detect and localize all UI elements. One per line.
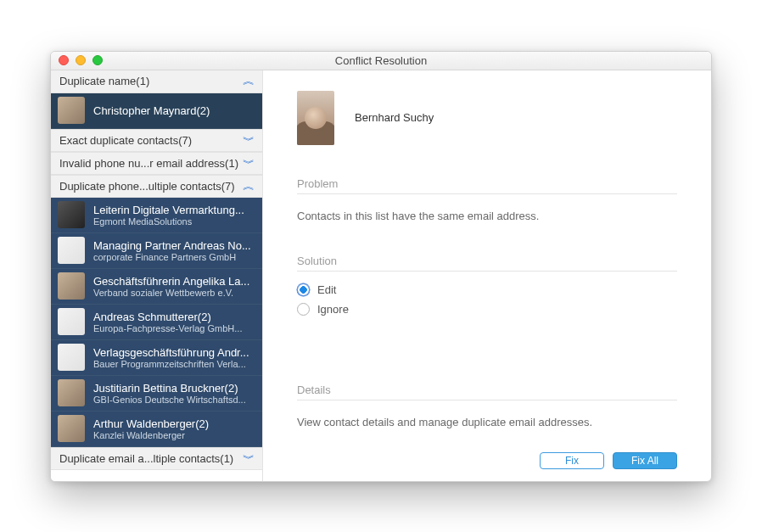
section-label: Duplicate email a...ltiple contacts(1) — [59, 452, 233, 465]
contact-text: Geschäftsführerin Angelika La... Verband… — [93, 275, 255, 298]
fix-button[interactable]: Fix — [540, 452, 604, 469]
chevron-down-icon: ︾ — [243, 157, 255, 170]
contact-hero: Bernhard Suchy — [297, 91, 677, 145]
section-duplicate-name[interactable]: Duplicate name(1) ︽ — [51, 70, 262, 93]
contact-item[interactable]: Andreas Schmutterer(2) Europa-Fachpresse… — [51, 305, 262, 340]
contact-name: Andreas Schmutterer(2) — [93, 311, 255, 323]
contact-name: Verlagsgeschäftsführung Andr... — [93, 346, 255, 359]
divider — [297, 400, 677, 400]
problem-text: Contacts in this list have the same emai… — [297, 210, 677, 222]
section-duplicate-email[interactable]: Duplicate email a...ltiple contacts(1) ︾ — [51, 447, 262, 470]
window-title: Conflict Resolution — [51, 54, 711, 67]
contact-text: Managing Partner Andreas No... corporate… — [93, 239, 255, 262]
divider — [297, 271, 677, 272]
radio-ignore[interactable] — [297, 303, 310, 316]
contact-item[interactable]: Verlagsgeschäftsführung Andr... Bauer Pr… — [51, 340, 262, 376]
contact-item[interactable]: Managing Partner Andreas No... corporate… — [51, 233, 262, 269]
chevron-down-icon: ︾ — [243, 452, 255, 465]
avatar — [58, 201, 85, 228]
option-label: Ignore — [317, 303, 349, 316]
details-label: Details — [297, 384, 677, 396]
content: Duplicate name(1) ︽ Christopher Maynard(… — [51, 70, 711, 481]
contact-sub: Bauer Programmzeitschriften Verla... — [93, 359, 255, 369]
contact-sub: Egmont MediaSolutions — [93, 216, 255, 227]
contact-sub: Kanzlei Waldenberger — [93, 430, 255, 440]
window: Conflict Resolution Duplicate name(1) ︽ … — [50, 51, 712, 482]
contact-sub: Europa-Fachpresse-Verlag GmbH... — [93, 323, 255, 333]
contact-text: Andreas Schmutterer(2) Europa-Fachpresse… — [93, 311, 255, 333]
section-duplicate-phone[interactable]: Duplicate phone...ultiple contacts(7) ︽ — [51, 175, 262, 198]
avatar — [58, 308, 85, 335]
section-invalid-phone[interactable]: Invalid phone nu...r email address(1) ︾ — [51, 152, 262, 175]
contact-item[interactable]: Arthur Waldenberger(2) Kanzlei Waldenber… — [51, 412, 262, 447]
contact-name: Managing Partner Andreas No... — [93, 239, 255, 252]
contact-name: Christopher Maynard(2) — [93, 104, 255, 117]
avatar — [58, 237, 85, 264]
chevron-down-icon: ︾ — [243, 134, 255, 147]
fix-all-button[interactable]: Fix All — [613, 452, 677, 469]
contact-item[interactable]: Leiterin Digitale Vermarktung... Egmont … — [51, 198, 262, 233]
section-label: Exact duplicate contacts(7) — [59, 134, 192, 147]
contact-text: Verlagsgeschäftsführung Andr... Bauer Pr… — [93, 346, 255, 369]
chevron-up-icon: ︽ — [243, 75, 255, 87]
chevron-up-icon: ︽ — [243, 180, 255, 193]
titlebar: Conflict Resolution — [51, 52, 711, 70]
contact-text: Arthur Waldenberger(2) Kanzlei Waldenber… — [93, 417, 255, 440]
contact-display-name: Bernhard Suchy — [355, 111, 434, 124]
details-text: View contact details and manage duplicat… — [297, 416, 677, 428]
solution-label: Solution — [297, 255, 677, 267]
avatar — [58, 415, 85, 442]
avatar — [58, 379, 85, 406]
option-edit[interactable]: Edit — [297, 283, 677, 296]
divider — [297, 193, 677, 194]
option-label: Edit — [317, 283, 336, 296]
contact-photo — [297, 91, 334, 145]
contact-text: Justitiarin Bettina Bruckner(2) GBI-Geni… — [93, 382, 255, 405]
contact-sub: Verband sozialer Wettbewerb e.V. — [93, 288, 255, 298]
sidebar: Duplicate name(1) ︽ Christopher Maynard(… — [51, 70, 263, 481]
avatar — [58, 344, 85, 371]
section-exact-duplicate[interactable]: Exact duplicate contacts(7) ︾ — [51, 129, 262, 152]
contact-item-selected[interactable]: Christopher Maynard(2) — [51, 93, 262, 129]
contact-text: Leiterin Digitale Vermarktung... Egmont … — [93, 204, 255, 227]
contact-name: Arthur Waldenberger(2) — [93, 417, 255, 430]
contact-text: Christopher Maynard(2) — [93, 104, 255, 117]
contact-item[interactable]: Justitiarin Bettina Bruckner(2) GBI-Geni… — [51, 376, 262, 412]
section-label: Duplicate name(1) — [59, 75, 149, 87]
contact-name: Leiterin Digitale Vermarktung... — [93, 204, 255, 216]
detail-panel: Bernhard Suchy Problem Contacts in this … — [263, 70, 711, 481]
section-label: Invalid phone nu...r email address(1) — [59, 157, 238, 170]
contact-item[interactable]: Geschäftsführerin Angelika La... Verband… — [51, 269, 262, 305]
solution-options: Edit Ignore — [297, 283, 677, 316]
problem-label: Problem — [297, 177, 677, 190]
avatar — [58, 272, 85, 300]
contact-sub: corporate Finance Partners GmbH — [93, 252, 255, 262]
avatar — [58, 97, 85, 124]
contact-sub: GBI-Genios Deutsche Wirtschaftsd... — [93, 395, 255, 405]
footer-actions: Fix Fix All — [297, 444, 677, 469]
contact-name: Justitiarin Bettina Bruckner(2) — [93, 382, 255, 395]
section-label: Duplicate phone...ultiple contacts(7) — [59, 180, 235, 193]
contact-name: Geschäftsführerin Angelika La... — [93, 275, 255, 288]
radio-edit[interactable] — [297, 283, 310, 296]
option-ignore[interactable]: Ignore — [297, 303, 677, 316]
